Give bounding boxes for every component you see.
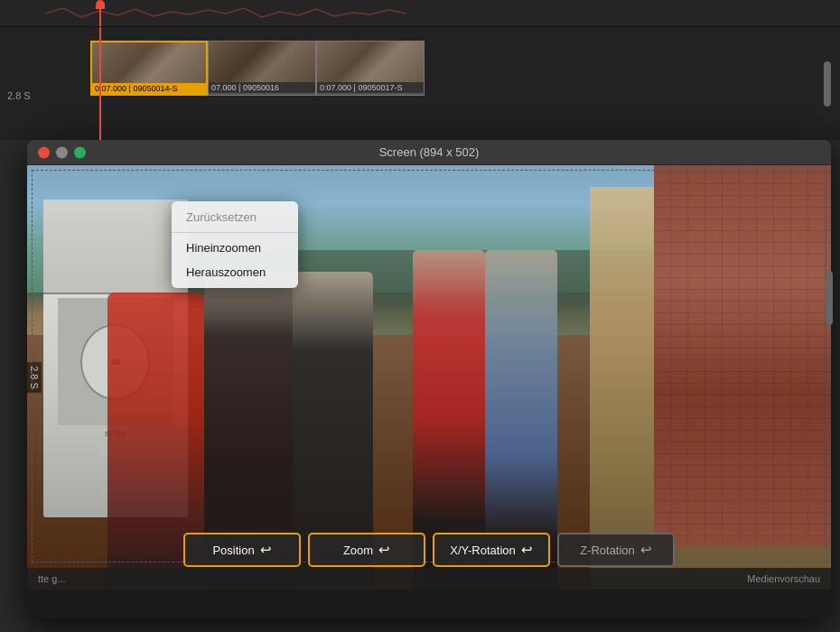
clip-thumbnail-2 [209, 42, 315, 82]
timeline-left-label: 2.8 S [7, 90, 31, 101]
clip-label-2: 07.000 | 09050016 [209, 82, 315, 93]
left-side-label: 2.8 S [27, 362, 42, 393]
xy-rotation-icon: ↩ [521, 542, 533, 558]
brick-wall [654, 165, 831, 547]
position-button[interactable]: Position ↩ [183, 533, 301, 567]
clip-thumbnail-3 [317, 42, 424, 82]
context-menu-reset[interactable]: Zurücksetzen [172, 205, 298, 229]
context-menu-divider [172, 232, 298, 233]
timeline-clip-3[interactable]: 0:07.000 | 09050017-S [316, 41, 425, 96]
timeline-area: 2.8 S 0:07.000 | 09050014-S 07.000 | 090… [0, 0, 840, 140]
zoom-button-icon: ↩ [378, 542, 390, 558]
position-button-label: Position [212, 544, 254, 557]
clip-thumbnail-1 [92, 42, 206, 83]
z-rotation-icon: ↩ [640, 542, 652, 558]
timeline-track-area: 2.8 S 0:07.000 | 09050014-S 07.000 | 090… [0, 27, 840, 140]
window-controls [38, 146, 86, 158]
status-left: tte g... [38, 573, 66, 584]
preview-area: 40 SETRA 2.8 S Zurücksetzen Hineinzoomen [27, 165, 831, 590]
clip-label-1: 0:07.000 | 09050014-S [92, 83, 206, 94]
main-window: Screen (894 x 502) 40 SETRA [27, 140, 831, 618]
status-bar: tte g... Medienvorschau [27, 568, 831, 590]
zoom-button-label: Zoom [343, 544, 373, 557]
timeline-clip-1[interactable]: 0:07.000 | 09050014-S [90, 41, 208, 96]
timeline-needle [99, 0, 101, 26]
window-titlebar: Screen (894 x 502) [27, 140, 831, 165]
xy-rotation-label: X/Y-Rotation [450, 544, 516, 557]
xy-rotation-button[interactable]: X/Y-Rotation ↩ [433, 533, 550, 567]
main-scrollbar-handle[interactable] [826, 271, 833, 325]
z-rotation-button[interactable]: Z-Rotation ↩ [557, 533, 675, 567]
zoom-button[interactable]: Zoom ↩ [308, 533, 425, 567]
clip-container: 0:07.000 | 09050014-S 07.000 | 09050016 … [90, 41, 425, 96]
timeline-top-bar [0, 0, 840, 27]
clip-label-3: 0:07.000 | 09050017-S [317, 82, 424, 93]
timeline-scrollbar[interactable] [824, 61, 831, 107]
window-maximize-button[interactable] [74, 146, 86, 158]
z-rotation-label: Z-Rotation [580, 544, 635, 557]
window-title: Screen (894 x 502) [379, 145, 480, 159]
bottom-toolbar: Position ↩ Zoom ↩ X/Y-Rotation ↩ Z-Rotat… [183, 533, 675, 567]
status-right: Medienvorschau [747, 573, 820, 584]
position-button-icon: ↩ [260, 542, 272, 558]
timeline-playhead[interactable] [99, 27, 101, 140]
context-menu-zoom-out[interactable]: Herauszoomen [172, 260, 298, 284]
timeline-clip-2[interactable]: 07.000 | 09050016 [208, 41, 316, 96]
context-menu-zoom-in[interactable]: Hineinzoomen [172, 236, 298, 260]
window-close-button[interactable] [38, 146, 50, 158]
context-menu: Zurücksetzen Hineinzoomen Herauszoomen [172, 201, 298, 288]
window-minimize-button[interactable] [56, 146, 68, 158]
